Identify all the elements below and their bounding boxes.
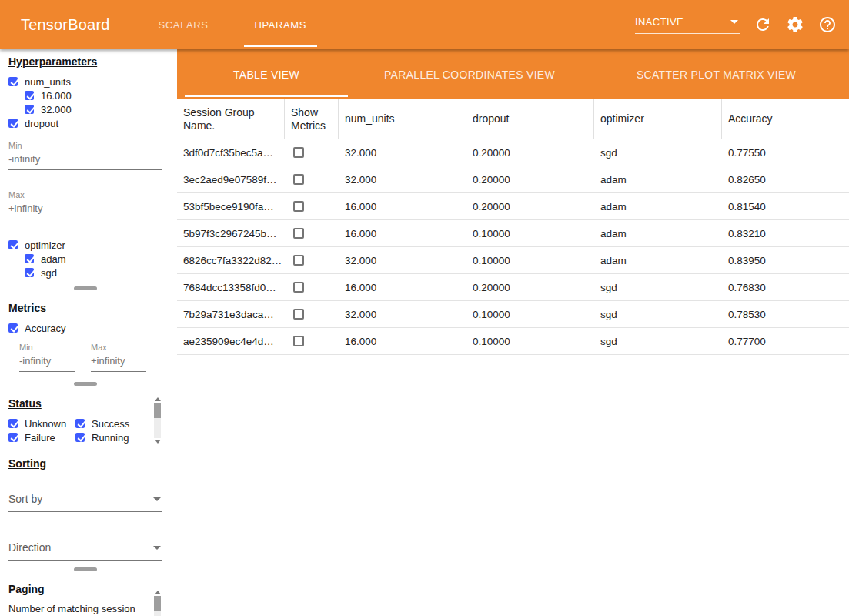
hparam-row-optimizer[interactable]: optimizer xyxy=(8,238,162,252)
table-row[interactable]: 3ec2aed9e07589f… 32.000 0.20000 adam 0.8… xyxy=(177,166,849,193)
hparam-value-row-16[interactable]: 16.000 xyxy=(25,89,162,102)
failure-checkbox[interactable] xyxy=(8,433,18,442)
metric-min-input[interactable] xyxy=(19,353,75,372)
status-row-failure[interactable]: Failure xyxy=(8,430,75,444)
hparam-value-row-sgd[interactable]: sgd xyxy=(25,266,162,280)
metric-max-input[interactable] xyxy=(91,353,146,372)
show-metrics-checkbox[interactable] xyxy=(293,201,304,212)
table-row[interactable]: 6826cc7fa3322d82… 32.000 0.10000 adam 0.… xyxy=(177,247,849,274)
tab-hparams[interactable]: HPARAMS xyxy=(232,0,330,49)
dropout-checkbox[interactable] xyxy=(8,119,18,128)
section-resize-handle[interactable] xyxy=(74,567,97,571)
scroll-up-icon[interactable] xyxy=(155,591,161,594)
adam-checkbox[interactable] xyxy=(25,254,34,263)
scrollbar-thumb[interactable] xyxy=(154,596,161,611)
metric-row-accuracy[interactable]: Accuracy xyxy=(8,321,162,335)
status-row-success[interactable]: Success xyxy=(75,417,146,430)
hparam-row-num-units[interactable]: num_units xyxy=(8,75,162,89)
optimizer-cell: sgd xyxy=(594,328,722,354)
show-metrics-checkbox[interactable] xyxy=(293,309,304,320)
column-header-dropout[interactable]: dropout xyxy=(466,99,594,139)
table-row[interactable]: 7684dcc13358fd0… 16.000 0.20000 sgd 0.76… xyxy=(177,274,849,301)
matching-groups-count: Number of matching session groups: 8 xyxy=(8,602,145,616)
scrollbar-thumb[interactable] xyxy=(154,403,161,418)
hparams-main: TABLE VIEW PARALLEL COORDINATES VIEW SCA… xyxy=(177,49,849,616)
table-row[interactable]: ae235909ec4e4d… 16.000 0.10000 sgd 0.777… xyxy=(177,328,849,355)
hparam-value-row-adam[interactable]: adam xyxy=(25,252,162,266)
column-header-show-metrics[interactable]: Show Metrics xyxy=(285,99,339,139)
metric-max-field: Max xyxy=(91,343,146,372)
metric-min-field: Min xyxy=(19,343,75,372)
num-units-cell: 16.000 xyxy=(339,193,466,219)
success-checkbox[interactable] xyxy=(75,419,85,428)
settings-icon[interactable] xyxy=(786,15,804,34)
dropout-cell: 0.10000 xyxy=(466,328,594,354)
failure-label: Failure xyxy=(25,432,55,444)
table-row[interactable]: 53bf5bece9190fa… 16.000 0.20000 adam 0.8… xyxy=(177,193,849,220)
hparam-row-dropout[interactable]: dropout xyxy=(8,116,162,130)
num-units-label: num_units xyxy=(25,76,71,88)
chevron-down-icon xyxy=(153,497,161,501)
column-header-session-group-name[interactable]: Session Group Name. xyxy=(177,99,285,139)
show-metrics-checkbox[interactable] xyxy=(293,336,304,346)
dropout-max-field: Max xyxy=(8,190,162,219)
app-title: TensorBoard xyxy=(21,16,110,34)
show-metrics-checkbox[interactable] xyxy=(293,255,304,266)
help-icon[interactable] xyxy=(818,15,837,34)
scrollbar-track[interactable] xyxy=(154,403,161,438)
section-resize-handle[interactable] xyxy=(74,286,97,290)
dropout-max-input[interactable] xyxy=(8,200,162,219)
dropout-cell: 0.20000 xyxy=(466,166,594,192)
status-scrollbar[interactable] xyxy=(154,396,161,445)
unknown-checkbox[interactable] xyxy=(8,419,18,428)
reload-interval-select[interactable]: INACTIVE xyxy=(635,16,740,34)
column-header-num-units[interactable]: num_units xyxy=(339,99,466,139)
accuracy-checkbox[interactable] xyxy=(8,323,18,333)
tab-table-view[interactable]: TABLE VIEW xyxy=(177,49,356,99)
sort-by-select[interactable]: Sort by xyxy=(8,490,162,512)
optimizer-cell: sgd xyxy=(594,139,722,166)
num-units-cell: 16.000 xyxy=(339,274,466,300)
column-header-accuracy[interactable]: Accuracy xyxy=(722,99,849,139)
num-units-32-checkbox[interactable] xyxy=(25,105,34,114)
num-units-16-checkbox[interactable] xyxy=(25,91,34,100)
num-units-cell: 32.000 xyxy=(339,301,466,327)
refresh-icon[interactable] xyxy=(754,15,772,34)
sort-by-value: Sort by xyxy=(8,493,42,505)
direction-select[interactable]: Direction xyxy=(8,538,162,561)
sgd-checkbox[interactable] xyxy=(25,268,34,277)
table-row[interactable]: 5b97f3c2967245b… 16.000 0.10000 adam 0.8… xyxy=(177,220,849,247)
tab-parallel-coordinates-view[interactable]: PARALLEL COORDINATES VIEW xyxy=(356,49,583,99)
accuracy-cell: 0.82650 xyxy=(722,166,849,192)
running-checkbox[interactable] xyxy=(75,433,85,442)
scrollbar-track[interactable] xyxy=(154,596,161,616)
table-row[interactable]: 3df0d7cf35bec5a… 32.000 0.20000 sgd 0.77… xyxy=(177,139,849,166)
dropout-min-input[interactable] xyxy=(8,151,162,170)
tab-scalars[interactable]: SCALARS xyxy=(135,0,232,49)
column-header-optimizer[interactable]: optimizer xyxy=(594,99,722,139)
hparam-value-row-32[interactable]: 32.000 xyxy=(25,102,162,116)
accuracy-cell: 0.77550 xyxy=(722,139,849,166)
optimizer-cell: adam xyxy=(594,247,722,273)
show-metrics-checkbox[interactable] xyxy=(293,228,304,239)
scroll-up-icon[interactable] xyxy=(155,397,161,401)
session-group-name-cell: 7b29a731e3daca… xyxy=(177,301,285,327)
dropout-cell: 0.10000 xyxy=(466,247,594,273)
show-metrics-checkbox[interactable] xyxy=(293,174,304,185)
show-metrics-checkbox[interactable] xyxy=(293,147,304,158)
show-metrics-cell xyxy=(285,301,339,327)
dropout-cell: 0.20000 xyxy=(466,193,594,219)
scroll-down-icon[interactable] xyxy=(155,440,161,444)
show-metrics-checkbox[interactable] xyxy=(293,282,304,293)
table-row[interactable]: 7b29a731e3daca… 32.000 0.10000 sgd 0.785… xyxy=(177,301,849,328)
section-resize-handle[interactable] xyxy=(74,382,97,386)
status-row-running[interactable]: Running xyxy=(75,430,146,444)
tab-scatter-plot-matrix-view[interactable]: SCATTER PLOT MATRIX VIEW xyxy=(583,49,849,99)
session-group-name-cell: 3df0d7cf35bec5a… xyxy=(177,139,285,166)
paging-scrollbar[interactable] xyxy=(154,589,161,616)
show-metrics-cell xyxy=(285,220,339,246)
unknown-label: Unknown xyxy=(25,418,66,430)
status-row-unknown[interactable]: Unknown xyxy=(8,417,75,430)
optimizer-checkbox[interactable] xyxy=(8,240,18,249)
num-units-checkbox[interactable] xyxy=(8,77,18,86)
